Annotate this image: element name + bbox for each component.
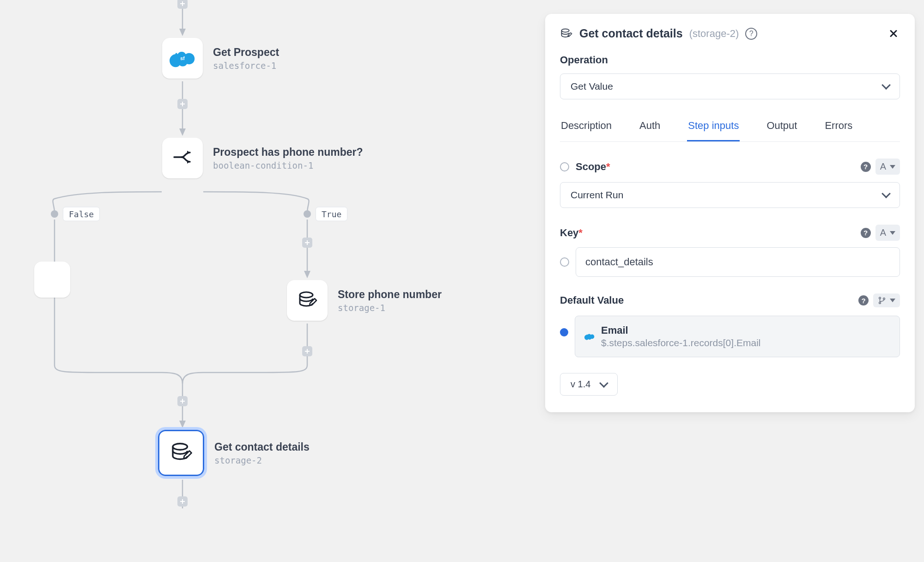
default-value-indicator (560, 328, 568, 336)
tab-output[interactable]: Output (766, 115, 798, 141)
scope-select[interactable]: Current Run (560, 182, 900, 208)
svg-point-19 (883, 298, 885, 299)
node-box[interactable] (34, 262, 70, 298)
branch-dot-false (51, 210, 58, 218)
branch-dot-true (304, 210, 311, 218)
svg-marker-12 (187, 151, 190, 154)
node-title: Get Prospect (213, 46, 279, 59)
node-subtitle: storage-1 (338, 303, 442, 313)
node-title: Store phone number (338, 288, 442, 301)
branch-icon (171, 147, 194, 169)
storage-edit-icon (560, 27, 573, 40)
help-icon[interactable]: ? (858, 295, 869, 305)
help-icon[interactable]: ? (861, 228, 871, 238)
node-condition[interactable]: Prospect has phone number? boolean-condi… (162, 138, 363, 178)
panel-title: Get contact details (579, 27, 683, 40)
add-step-button[interactable] (302, 238, 312, 248)
node-subtitle: salesforce-1 (213, 61, 279, 71)
panel-subtitle: (storage-2) (689, 28, 739, 40)
node-subtitle: storage-2 (214, 455, 310, 465)
scope-indicator (560, 162, 569, 171)
version-value: v 1.4 (571, 379, 590, 390)
tab-auth[interactable]: Auth (638, 115, 661, 141)
chevron-down-icon (881, 80, 891, 90)
svg-text:sf: sf (180, 55, 185, 61)
storage-edit-icon (296, 289, 318, 312)
node-title: Prospect has phone number? (213, 146, 363, 159)
add-step-button[interactable] (177, 99, 188, 109)
tab-step-inputs[interactable]: Step inputs (687, 115, 740, 141)
chevron-down-icon (890, 165, 895, 169)
workflow-canvas[interactable]: False True sf Get Prospect salesforce-1 (0, 0, 497, 562)
svg-marker-9 (179, 421, 186, 428)
add-step-button[interactable] (177, 0, 188, 9)
node-store-phone[interactable]: Store phone number storage-1 (287, 280, 442, 321)
node-get-contact[interactable]: Get contact details storage-2 (158, 430, 310, 476)
operation-label: Operation (560, 54, 900, 66)
salesforce-icon: sf (170, 49, 195, 67)
chevron-down-icon (881, 189, 891, 198)
scope-type-toggle[interactable]: A (875, 159, 900, 175)
svg-point-18 (879, 302, 881, 304)
chevron-down-icon (890, 299, 895, 302)
tab-description[interactable]: Description (560, 115, 613, 141)
scope-value: Current Run (571, 189, 623, 201)
svg-point-17 (879, 297, 881, 299)
panel-header: Get contact details (storage-2) ? (560, 27, 900, 40)
chevron-down-icon (890, 231, 895, 235)
node-get-prospect[interactable]: sf Get Prospect salesforce-1 (162, 38, 279, 79)
step-config-panel: Get contact details (storage-2) ? Operat… (545, 14, 915, 412)
field-default-value: Default Value ? (560, 293, 900, 307)
svg-marker-1 (179, 29, 186, 36)
help-icon[interactable]: ? (745, 28, 757, 40)
svg-point-14 (300, 292, 313, 298)
node-box[interactable] (162, 138, 203, 178)
jsonpath-icon (878, 296, 886, 305)
node-empty-placeholder[interactable] (34, 262, 70, 298)
add-step-button[interactable] (177, 396, 188, 406)
key-input[interactable] (576, 247, 900, 277)
storage-edit-icon (169, 440, 194, 465)
close-button[interactable] (887, 27, 900, 40)
key-label: Key* (560, 227, 583, 239)
node-box[interactable] (158, 430, 204, 476)
key-type-toggle[interactable]: A (875, 225, 900, 241)
field-scope: Scope* ? A (560, 159, 900, 175)
key-indicator (560, 257, 569, 267)
default-value-label: Default Value (560, 294, 624, 306)
node-title: Get contact details (214, 441, 310, 453)
add-step-button[interactable] (177, 496, 188, 507)
field-key: Key* ? A (560, 225, 900, 241)
operation-select[interactable]: Get Value (560, 73, 900, 99)
node-subtitle: boolean-condition-1 (213, 160, 363, 171)
add-step-button[interactable] (302, 346, 312, 356)
operation-value: Get Value (571, 81, 613, 92)
default-value-type-toggle[interactable] (873, 293, 900, 307)
svg-point-15 (173, 444, 188, 450)
panel-tabs: Description Auth Step inputs Output Erro… (560, 115, 900, 142)
svg-marker-13 (187, 160, 190, 164)
svg-marker-3 (179, 128, 186, 136)
branch-label-true: True (316, 207, 347, 221)
branch-label-false: False (63, 207, 100, 221)
default-value-path: $.steps.salesforce-1.records[0].Email (601, 337, 760, 348)
version-select[interactable]: v 1.4 (560, 373, 618, 396)
scope-label: Scope* (576, 161, 610, 173)
svg-point-16 (562, 29, 569, 32)
node-box[interactable] (287, 280, 328, 321)
default-value-pill[interactable]: Email $.steps.salesforce-1.records[0].Em… (575, 316, 900, 357)
chevron-down-icon (599, 379, 608, 388)
salesforce-icon (584, 333, 595, 340)
svg-marker-6 (304, 271, 310, 278)
tab-errors[interactable]: Errors (824, 115, 853, 141)
default-value-title: Email (601, 324, 760, 336)
node-box[interactable]: sf (162, 38, 203, 79)
help-icon[interactable]: ? (861, 162, 871, 172)
